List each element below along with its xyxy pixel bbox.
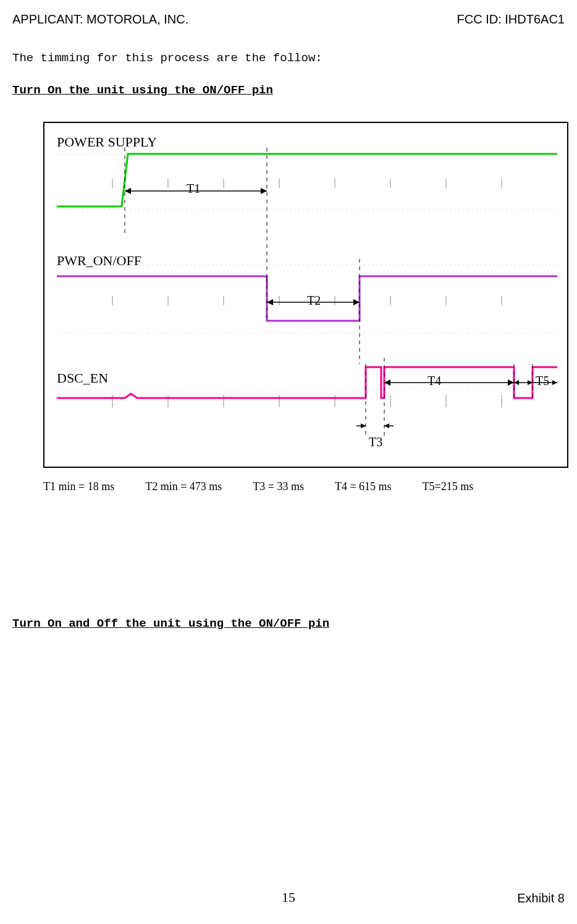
- waveform-label-2: PWR_ON/OFF: [57, 253, 141, 269]
- waveform-label-3: DSC_EN: [57, 370, 108, 386]
- applicant-label: APPLICANT: MOTOROLA, INC.: [12, 12, 188, 27]
- timing-t5: T5=215 ms: [423, 480, 474, 493]
- timing-t1: T1 min = 18 ms: [43, 480, 114, 493]
- fccid-label: FCC ID: IHDT6AC1: [457, 12, 565, 27]
- timing-t2: T2 min = 473 ms: [145, 480, 222, 493]
- waveform-label-1: POWER SUPPLY: [57, 134, 157, 150]
- t5-label: T5: [536, 374, 549, 388]
- page-number: 15: [282, 889, 295, 905]
- section-heading-2: Turn On and Off the unit using the ON/OF…: [12, 617, 565, 630]
- intro-text: The timming for this process are the fol…: [12, 51, 565, 65]
- exhibit-label: Exhibit 8: [517, 891, 565, 905]
- section-heading-1: Turn On the unit using the ON/OFF pin: [12, 83, 565, 97]
- timing-values-row: T1 min = 18 ms T2 min = 473 ms T3 = 33 m…: [43, 480, 565, 493]
- t1-label: T1: [187, 182, 200, 196]
- timing-figure: POWER SUPPLY PWR_ON/OFF DSC_EN T1 T2 T3 …: [43, 122, 568, 468]
- t4-label: T4: [427, 374, 441, 388]
- timing-t4: T4 = 615 ms: [335, 480, 392, 493]
- timing-t3: T3 = 33 ms: [253, 480, 304, 493]
- t2-label: T2: [307, 294, 321, 308]
- t3-label: T3: [369, 435, 382, 449]
